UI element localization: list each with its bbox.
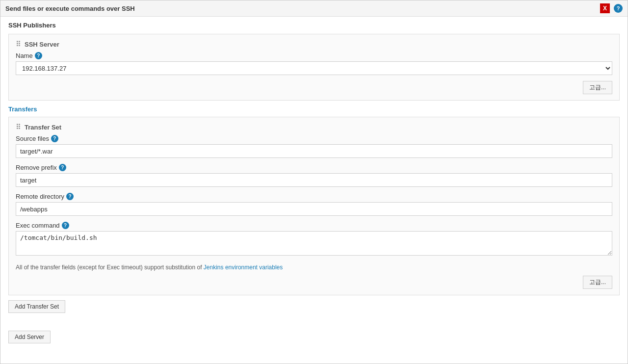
- remote-directory-label: Remote directory ?: [16, 193, 612, 200]
- remote-directory-input[interactable]: [16, 202, 612, 216]
- remove-prefix-label-text: Remove prefix: [16, 164, 57, 171]
- title-bar: Send files or execute commands over SSH …: [0, 0, 628, 17]
- transfer-set-title: ⠿ Transfer Set: [16, 123, 612, 131]
- source-files-input[interactable]: [16, 144, 612, 158]
- add-transfer-set-button[interactable]: Add Transfer Set: [8, 300, 65, 313]
- add-server-button[interactable]: Add Server: [8, 331, 51, 343]
- transfers-label: Transfers: [8, 105, 620, 113]
- drag-handle-icon: ⠿: [16, 40, 21, 48]
- exec-command-group: Exec command ?: [16, 222, 612, 257]
- name-label-text: Name: [16, 52, 33, 59]
- ssh-server-label: SSH Server: [25, 41, 59, 48]
- transfer-set-block: ⠿ Transfer Set Source files ? Remove pre…: [8, 117, 620, 295]
- source-files-help-icon[interactable]: ?: [51, 135, 58, 142]
- close-button[interactable]: X: [600, 3, 610, 13]
- remove-prefix-label: Remove prefix ?: [16, 164, 612, 171]
- transfer-advanced-row: 고급...: [16, 276, 612, 289]
- exec-command-label: Exec command ?: [16, 222, 612, 229]
- remove-prefix-help-icon[interactable]: ?: [59, 164, 66, 171]
- name-select[interactable]: 192.168.137.27: [16, 61, 612, 75]
- exec-command-textarea[interactable]: [16, 231, 612, 256]
- ssh-server-block: ⠿ SSH Server Name ? 192.168.137.27 고급...: [8, 34, 620, 101]
- name-label: Name ?: [16, 52, 612, 59]
- name-field-group: Name ? 192.168.137.27: [16, 52, 612, 75]
- remote-directory-group: Remote directory ?: [16, 193, 612, 216]
- transfer-advanced-button[interactable]: 고급...: [583, 276, 612, 289]
- main-content: SSH Publishers ⠿ SSH Server Name ? 192.1…: [0, 17, 628, 318]
- ssh-server-advanced-button[interactable]: 고급...: [583, 81, 612, 94]
- jenkins-env-vars-link[interactable]: Jenkins environment variables: [204, 264, 283, 271]
- help-button[interactable]: ?: [614, 4, 623, 13]
- info-text: All of the transfer fields (except for E…: [16, 263, 612, 272]
- remove-prefix-group: Remove prefix ?: [16, 164, 612, 187]
- exec-command-help-icon[interactable]: ?: [62, 222, 69, 229]
- window-title: Send files or execute commands over SSH: [5, 5, 135, 12]
- transfer-set-label: Transfer Set: [25, 124, 61, 131]
- remote-directory-label-text: Remote directory: [16, 193, 64, 200]
- name-help-icon[interactable]: ?: [35, 52, 42, 59]
- title-bar-left: Send files or execute commands over SSH: [5, 5, 135, 12]
- add-server-row: Add Server: [0, 326, 628, 348]
- source-files-label: Source files ?: [16, 135, 612, 142]
- transfer-drag-handle-icon: ⠿: [16, 123, 21, 131]
- source-files-label-text: Source files: [16, 135, 49, 142]
- add-transfer-row: Add Transfer Set: [8, 300, 620, 313]
- transfers-section: Transfers ⠿ Transfer Set Source files ?: [8, 105, 620, 313]
- ssh-server-title: ⠿ SSH Server: [16, 40, 612, 48]
- title-bar-right: X ?: [600, 3, 623, 13]
- ssh-server-advanced-row: 고급...: [16, 81, 612, 94]
- remove-prefix-input[interactable]: [16, 173, 612, 187]
- main-window: Send files or execute commands over SSH …: [0, 0, 628, 364]
- ssh-publishers-header: SSH Publishers: [8, 22, 620, 29]
- remote-directory-help-icon[interactable]: ?: [66, 193, 74, 200]
- info-text-plain: All of the transfer fields (except for E…: [16, 264, 204, 271]
- exec-command-label-text: Exec command: [16, 222, 60, 229]
- source-files-group: Source files ?: [16, 135, 612, 158]
